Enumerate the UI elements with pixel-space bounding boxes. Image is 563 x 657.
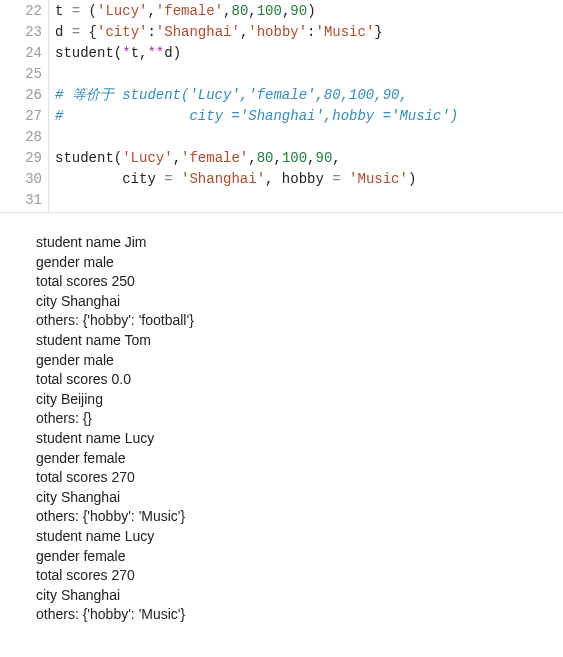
token: 'Shanghai'	[181, 171, 265, 187]
token: ,	[147, 3, 155, 19]
token: ,	[273, 150, 281, 166]
token: student	[55, 150, 114, 166]
token: ,	[248, 150, 256, 166]
line-number: 26	[0, 85, 42, 106]
token: =	[332, 171, 340, 187]
token: :	[147, 24, 155, 40]
code-line: d = {'city':'Shanghai','hobby':'Music'}	[55, 22, 563, 43]
token	[173, 171, 181, 187]
token: d	[55, 24, 72, 40]
token: city	[55, 171, 164, 187]
token: )	[307, 3, 315, 19]
line-number: 25	[0, 64, 42, 85]
token: 90	[290, 3, 307, 19]
code-line: # 等价于 student('Lucy','female',80,100,90,	[55, 85, 563, 106]
code-line: student('Lucy','female',80,100,90,	[55, 148, 563, 169]
token: 90	[316, 150, 333, 166]
line-number: 24	[0, 43, 42, 64]
token: {	[80, 24, 97, 40]
line-number: 23	[0, 22, 42, 43]
token: 100	[282, 150, 307, 166]
token: 'female'	[181, 150, 248, 166]
code-line: city = 'Shanghai', hobby = 'Music')	[55, 169, 563, 190]
line-number-gutter: 22232425262728293031	[0, 0, 49, 212]
token: 'Music'	[349, 171, 408, 187]
line-number: 31	[0, 190, 42, 211]
output-text: student name Jim gender male total score…	[0, 213, 563, 625]
token: ,	[173, 150, 181, 166]
code-line	[55, 127, 563, 148]
token: 80	[231, 3, 248, 19]
code-line: student(*t,**d)	[55, 43, 563, 64]
token	[341, 171, 349, 187]
token: t	[55, 3, 72, 19]
token: =	[72, 3, 80, 19]
line-number: 30	[0, 169, 42, 190]
token: )	[408, 171, 416, 187]
line-number: 28	[0, 127, 42, 148]
token: # 等价于 student('Lucy','female',80,100,90,	[55, 87, 408, 103]
code-line	[55, 64, 563, 85]
token: ,	[332, 150, 340, 166]
token: 80	[257, 150, 274, 166]
code-cell: 22232425262728293031 t = ('Lucy','female…	[0, 0, 563, 213]
code-line: t = ('Lucy','female',80,100,90)	[55, 1, 563, 22]
line-number: 29	[0, 148, 42, 169]
token: ,	[248, 3, 256, 19]
token: :	[307, 24, 315, 40]
token: t,	[131, 45, 148, 61]
token: 'Lucy'	[97, 3, 147, 19]
line-number: 22	[0, 1, 42, 22]
code-content: t = ('Lucy','female',80,100,90)d = {'cit…	[49, 0, 563, 212]
token: (	[80, 3, 97, 19]
token: 'hobby'	[248, 24, 307, 40]
token: *	[122, 45, 130, 61]
token: ,	[307, 150, 315, 166]
token: =	[164, 171, 172, 187]
token: **	[147, 45, 164, 61]
line-number: 27	[0, 106, 42, 127]
token: # city ='Shanghai',hobby ='Music')	[55, 108, 458, 124]
token: (	[114, 150, 122, 166]
token: 'city'	[97, 24, 147, 40]
token: student	[55, 45, 114, 61]
token: }	[374, 24, 382, 40]
token: (	[114, 45, 122, 61]
token: =	[72, 24, 80, 40]
token: 'Shanghai'	[156, 24, 240, 40]
code-line	[55, 190, 563, 211]
token: 'Music'	[316, 24, 375, 40]
token: 'Lucy'	[122, 150, 172, 166]
token: 100	[257, 3, 282, 19]
code-line: # city ='Shanghai',hobby ='Music')	[55, 106, 563, 127]
token: , hobby	[265, 171, 332, 187]
token: 'female'	[156, 3, 223, 19]
token: d)	[164, 45, 181, 61]
